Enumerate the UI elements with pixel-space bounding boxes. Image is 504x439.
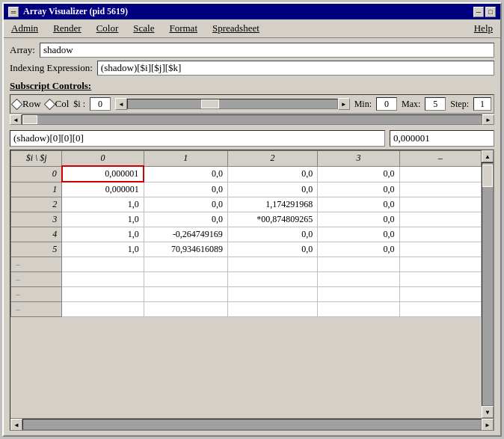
cell-3-1[interactable]: 0,0: [144, 212, 227, 227]
table-row: 0 0,000001 0,0 0,0 0,0: [11, 166, 482, 182]
table-wrapper[interactable]: $i \ $j 0 1 2 3 – 0 0,000001: [10, 150, 482, 418]
cell-1-2[interactable]: 0,0: [227, 182, 317, 197]
col-header-0: 0: [62, 151, 144, 167]
array-input[interactable]: [40, 43, 494, 58]
indexing-label: Indexing Expression:: [10, 62, 93, 74]
i-label: $i :: [73, 99, 85, 110]
table-row: 5 1,0 70,934616089 0,0 0,0: [11, 242, 482, 257]
cell-1-0[interactable]: 0,000001: [62, 182, 144, 197]
vscroll-up[interactable]: ▲: [482, 150, 494, 162]
col-header-2: 2: [227, 151, 317, 167]
cell-0-0[interactable]: 0,000001: [62, 166, 144, 182]
menu-render[interactable]: Render: [49, 21, 86, 36]
cell-0-2[interactable]: 0,0: [227, 166, 317, 182]
menu-bar: Admin Render Color Scale Format Spreadsh…: [4, 19, 500, 38]
row-radio[interactable]: Row: [13, 98, 41, 110]
system-menu-button[interactable]: ═: [8, 7, 19, 17]
cell-2-4: [399, 197, 481, 212]
min-input[interactable]: [376, 97, 397, 111]
cell-1-1[interactable]: 0,0: [144, 182, 227, 197]
cell-1-4: [399, 182, 481, 197]
row-index-2: 2: [11, 197, 62, 212]
max-label: Max:: [402, 99, 420, 110]
hscroll-right[interactable]: ►: [482, 114, 494, 125]
hscroll-table-right[interactable]: ►: [482, 419, 494, 431]
menu-format[interactable]: Format: [165, 21, 202, 36]
col-header-3: 3: [318, 151, 399, 167]
menu-help[interactable]: Help: [470, 21, 497, 36]
cell-4-2[interactable]: 0,0: [227, 227, 317, 242]
hscroll-table-left[interactable]: ◄: [10, 419, 22, 431]
cell-3-0[interactable]: 1,0: [62, 212, 144, 227]
indexing-input[interactable]: [97, 61, 494, 76]
min-label: Min:: [354, 99, 372, 110]
cell-2-3[interactable]: 0,0: [318, 197, 399, 212]
menu-spreadsheet[interactable]: Spreadsheet: [208, 21, 264, 36]
array-label: Array:: [10, 44, 35, 56]
cell-2-0[interactable]: 1,0: [62, 197, 144, 212]
slider-track[interactable]: [127, 99, 338, 109]
row-index-5: 5: [11, 242, 62, 257]
row-radio-label: Row: [22, 98, 41, 110]
cell-5-2[interactable]: 0,0: [227, 242, 317, 257]
hscroll-left[interactable]: ◄: [10, 114, 22, 125]
indexing-row: Indexing Expression:: [10, 61, 494, 76]
max-input[interactable]: [425, 97, 446, 111]
bottom-scrollbar: ◄ ►: [10, 418, 494, 430]
table-row-dash-4: –: [11, 302, 482, 317]
v-scrollbar: ▲ ▼: [482, 150, 494, 418]
cell-2-1[interactable]: 0,0: [144, 197, 227, 212]
row-index-1: 1: [11, 182, 62, 197]
array-row: Array:: [10, 43, 494, 58]
table-area: $i \ $j 0 1 2 3 – 0 0,000001: [10, 150, 494, 418]
cell-4-3[interactable]: 0,0: [318, 227, 399, 242]
vscroll-down[interactable]: ▼: [482, 406, 494, 418]
expr-value-row: (shadow)[0][0][0] 0,000001: [10, 130, 494, 147]
cell-5-3[interactable]: 0,0: [318, 242, 399, 257]
value-display: 0,000001: [390, 130, 494, 147]
row-index-3: 3: [11, 212, 62, 227]
data-table: $i \ $j 0 1 2 3 – 0 0,000001: [10, 150, 482, 317]
slider-left-arrow[interactable]: ◄: [115, 98, 127, 110]
cell-4-0[interactable]: 1,0: [62, 227, 144, 242]
content-area: Array: Indexing Expression: Subscript Co…: [4, 38, 500, 435]
table-row-dash-2: –: [11, 272, 482, 287]
window-title: Array Visualizer (pid 5619): [23, 6, 128, 17]
col-header-dash: –: [399, 151, 481, 167]
menu-color[interactable]: Color: [92, 21, 123, 36]
expression-display: (shadow)[0][0][0]: [10, 130, 385, 147]
vscroll-track[interactable]: [482, 162, 494, 406]
table-row: 1 0,000001 0,0 0,0 0,0: [11, 182, 482, 197]
hscroll-track[interactable]: [22, 114, 482, 125]
col-radio[interactable]: Col: [46, 98, 70, 110]
cell-3-3[interactable]: 0,0: [318, 212, 399, 227]
cell-4-4: [399, 227, 481, 242]
subscript-section: Subscript Controls: Row Col $i :: [10, 80, 494, 127]
cell-0-1[interactable]: 0,0: [144, 166, 227, 182]
i-input[interactable]: [90, 97, 111, 111]
cell-2-2[interactable]: 1,174291968: [227, 197, 317, 212]
cell-1-3[interactable]: 0,0: [318, 182, 399, 197]
vscroll-thumb[interactable]: [482, 165, 493, 187]
cell-4-1[interactable]: -0,264749169: [144, 227, 227, 242]
col-radio-label: Col: [55, 98, 70, 110]
restore-button[interactable]: □: [485, 7, 496, 17]
menu-admin[interactable]: Admin: [7, 21, 43, 36]
hscroll-table-track[interactable]: [22, 419, 482, 430]
table-row: 4 1,0 -0,264749169 0,0 0,0: [11, 227, 482, 242]
row-index-d2: –: [11, 272, 62, 287]
minimize-button[interactable]: ─: [473, 7, 484, 17]
cell-5-0[interactable]: 1,0: [62, 242, 144, 257]
cell-3-2[interactable]: *00,874809265: [227, 212, 317, 227]
table-container: $i \ $j 0 1 2 3 – 0 0,000001: [10, 150, 494, 431]
row-index-d4: –: [11, 302, 62, 317]
row-index-d1: –: [11, 257, 62, 272]
cell-5-1[interactable]: 70,934616089: [144, 242, 227, 257]
cell-0-4: [399, 166, 481, 182]
slider-right-arrow[interactable]: ►: [338, 98, 350, 110]
step-input[interactable]: [473, 97, 491, 111]
cell-0-3[interactable]: 0,0: [318, 166, 399, 182]
table-row: 2 1,0 0,0 1,174291968 0,0: [11, 197, 482, 212]
table-row-dash-3: –: [11, 287, 482, 302]
menu-scale[interactable]: Scale: [129, 21, 159, 36]
